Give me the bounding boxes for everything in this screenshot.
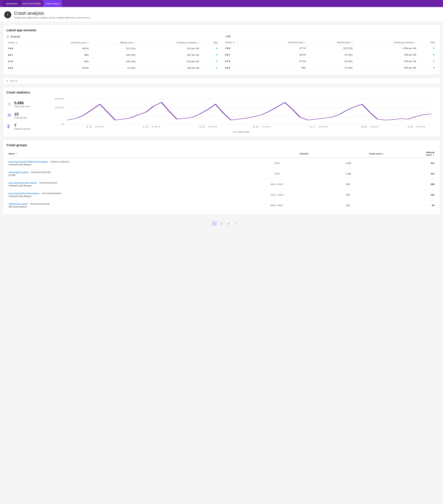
android-col-version[interactable]: Version ▼ (6, 40, 38, 45)
android-filter-icon[interactable]: ▼ (201, 52, 219, 58)
ios-version: 6.8.7 (224, 52, 255, 58)
stat-affected-versions: 7 Affected versions (6, 123, 42, 130)
alert-circle-icon: ⚠ (6, 101, 12, 107)
ios-table-row: 5.7.6 97.6% 62 (2%) 518 per 10k ▼ (224, 58, 437, 65)
ios-crash-free: 98% (255, 65, 307, 71)
crash-name[interactable]: java.lang.IndexOutOfBoundsException (9, 161, 48, 163)
ios-affected-sort-icon: ⇅ (351, 42, 353, 44)
stat-crash-groups: 15 Crash groups (6, 112, 42, 119)
android-col-crashes[interactable]: Crashes per sessions ⇅ (137, 40, 201, 45)
page-3-button[interactable]: 3 (226, 221, 231, 226)
ios-col-crashfree[interactable]: Crash-free users ⇅ (255, 40, 307, 45)
crash-reason: Android Crash Reason (9, 163, 241, 166)
crash-hash: #cf0f2f4358afe4d8 (39, 182, 57, 184)
crash-name[interactable]: java.lang.RuntimeException (9, 181, 37, 184)
ios-col-crashes[interactable]: Crashes per sessions ⇅ (354, 40, 418, 45)
android-col-crashfree[interactable]: Crash-free users ⇅ (38, 40, 90, 45)
col-crash-count[interactable]: Crash count ⇅ (310, 150, 386, 158)
breadcrumb-easytravel[interactable]: easyTravel Mobile (20, 0, 43, 7)
filter-icon: ▼ (6, 80, 8, 82)
crash-reason: Android Crash Reason (9, 195, 241, 198)
crash-affected-users: 232 (386, 190, 437, 200)
total-crash-label: Total crash count (14, 105, 30, 108)
page-1-button[interactable]: 1 (212, 221, 217, 226)
svg-point-1 (9, 114, 10, 116)
ios-icon:  (224, 35, 225, 38)
crash-name[interactable]: NSDemoException (9, 203, 28, 205)
android-table-row: 7.9.8 98.5% 511 (1%) 614 per 10k ▼ (6, 45, 219, 52)
crash-count: 1.33k (310, 168, 386, 179)
ios-crash-free: 97.6% (255, 58, 307, 65)
android-col-affected[interactable]: Affected users ⇅ (90, 40, 137, 45)
col-versions: Versions (243, 150, 310, 158)
android-filter-icon[interactable]: ▼ (201, 58, 219, 65)
ios-crashfree-sort-icon: ⇅ (304, 42, 306, 44)
col-name[interactable]: Name ⇅ (6, 150, 243, 158)
crash-hash: #168d3ccc82f8c352 (50, 161, 69, 163)
android-table: Version ▼ Crash-free users ⇅ Affected us… (6, 40, 219, 71)
crash-hash: #f5e2e5c4db768296 (30, 203, 50, 205)
ios-filter-icon[interactable]: ▼ (418, 52, 437, 58)
breadcrumb: Applications easyTravel Mobile Crash ana… (0, 0, 443, 7)
android-crashes-per: 614 per 10k (137, 45, 201, 52)
affected-sort-icon: ⇅ (134, 42, 135, 44)
android-header: ⚙ Android (6, 35, 219, 38)
ios-col-version[interactable]: Version ▼ (224, 40, 255, 45)
ios-filter-icon[interactable]: ▼ (418, 65, 437, 71)
ios-filter-icon[interactable]: ▼ (418, 58, 437, 65)
filter-bar[interactable]: ▼ Filter by (3, 78, 440, 84)
crash-groups-label: Crash groups (14, 117, 27, 119)
breadcrumb-applications[interactable]: Applications (3, 0, 20, 7)
crash-group-name-cell: java.lang.IndexOutOfBoundsException #168… (6, 158, 243, 168)
affected-versions-label: Affected versions (14, 128, 30, 130)
breadcrumb-crash-analysis[interactable]: Crash analysis (43, 0, 62, 7)
page-title: Crash analysis (14, 11, 91, 16)
crash-groups-title: Crash groups (6, 144, 437, 147)
page-2-button[interactable]: 2 (219, 221, 224, 226)
crash-group-name-cell: java.lang.RuntimeException #cf0f2f4358af… (6, 179, 243, 190)
ios-version: 5.7.6 (224, 58, 255, 65)
ios-col-affected[interactable]: Affected users ⇅ (307, 40, 354, 45)
svg-rect-2 (8, 125, 9, 126)
android-version: 7.9.8 (6, 45, 38, 52)
svg-text:14. Oct: 14. Oct (142, 126, 160, 128)
ios-platform:  iOS Version ▼ Crash-free users ⇅ Affec… (224, 35, 437, 71)
ios-filter-icon[interactable]: ▼ (418, 45, 437, 52)
filter-placeholder: Filter by (9, 80, 18, 82)
android-label: Android (10, 35, 20, 38)
android-filter-icon[interactable]: ▼ (201, 45, 219, 52)
crash-hash: #3b7ce8de500409fe (42, 192, 61, 195)
svg-text:200: 200 (55, 98, 64, 100)
android-table-row: 6.8.7 98% 165 (2%) 597 per 10k ▼ (6, 52, 219, 58)
crash-versions: 1.3.2 – 3.5.4 (243, 190, 310, 200)
android-affected: 51 (5%) (90, 65, 137, 71)
crash-name[interactable]: java.lang.NullPointerException (9, 192, 39, 195)
latest-versions-section: Latest app versions ⚙ Android Version ▼ … (3, 25, 440, 75)
android-affected: 165 (2%) (90, 52, 137, 58)
next-page-button[interactable]: › (233, 221, 238, 226)
crash-count: 652 (310, 190, 386, 200)
crash-group-row: java.lang.NullPointerException #3b7ce8de… (6, 190, 437, 200)
android-crash-free: 98% (38, 58, 90, 65)
ios-label: iOS (226, 35, 231, 38)
android-table-row: 4.6.5 94.9% 51 (5%) 536 per 10k ▼ (6, 65, 219, 71)
android-icon: ⚙ (6, 35, 9, 38)
crash-reason: Android Crash Reason (9, 184, 241, 187)
android-platform: ⚙ Android Version ▼ Crash-free users ⇅ A… (6, 35, 219, 71)
android-filter-icon[interactable]: ▼ (201, 65, 219, 71)
col-affected-users[interactable]: Affectedusers ▼ (386, 150, 437, 158)
crash-name[interactable]: NSRangeException (9, 171, 28, 174)
svg-point-0 (8, 114, 11, 117)
ios-crashes-per: 465 per 10k (354, 65, 418, 71)
versions-icon (6, 124, 12, 129)
page-subtitle: Analyze this application's crashes acros… (14, 16, 91, 19)
page-header: ! Crash analysis Analyze this applicatio… (0, 7, 443, 22)
crash-group-row: java.lang.IndexOutOfBoundsException #168… (6, 158, 437, 168)
crash-versions: 7.9.8 (243, 158, 310, 168)
ios-table-row: 7.9.8 97.7% 312 (2%) 1.06k per 10k ▼ (224, 45, 437, 52)
crash-group-row: NSRangeException #8e6056ab16855388 E-123… (6, 168, 437, 179)
crash-count: 301 (310, 200, 386, 211)
crash-group-row: java.lang.RuntimeException #cf0f2f4358af… (6, 179, 437, 190)
android-crashes-per: 619 per 10k (137, 58, 201, 65)
prev-page-button[interactable]: ‹ (205, 221, 210, 226)
